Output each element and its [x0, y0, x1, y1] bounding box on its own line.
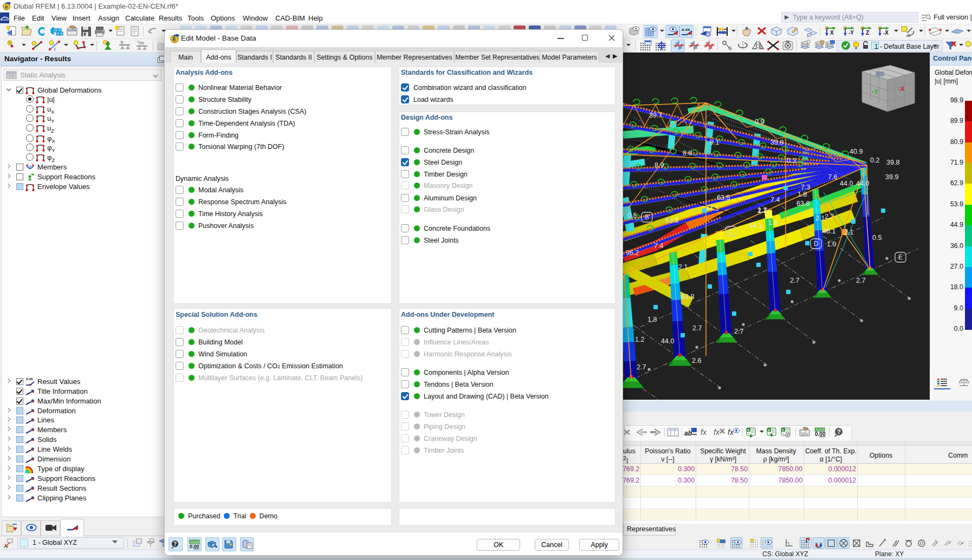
- svg-text:40.9: 40.9: [850, 148, 863, 155]
- svg-text:8.8: 8.8: [683, 149, 692, 157]
- svg-text:C: C: [729, 227, 734, 235]
- svg-text:-X: -X: [898, 85, 905, 92]
- svg-text:0.5: 0.5: [627, 212, 637, 219]
- svg-text:44.0: 44.0: [856, 180, 869, 187]
- svg-text:2.7: 2.7: [692, 324, 702, 332]
- svg-text:39.8: 39.8: [770, 139, 783, 146]
- svg-text:64.1: 64.1: [749, 222, 762, 230]
- svg-text:2.7: 2.7: [790, 277, 799, 284]
- svg-text:-Y: -Y: [872, 88, 879, 96]
- svg-text:X: X: [747, 428, 749, 432]
- svg-text:44.0: 44.0: [840, 180, 853, 187]
- svg-text:96.2: 96.2: [626, 249, 639, 257]
- svg-text:6: 6: [5, 4, 8, 10]
- svg-text:63.8: 63.8: [681, 293, 694, 301]
- svg-text:2.1: 2.1: [844, 229, 853, 236]
- svg-text:2.1: 2.1: [678, 263, 688, 271]
- svg-text:39.7: 39.7: [649, 112, 662, 119]
- svg-text:E: E: [898, 253, 903, 261]
- svg-text:0.3: 0.3: [787, 157, 796, 165]
- svg-text:fx: fx: [701, 428, 707, 437]
- svg-text:?: ?: [173, 541, 177, 547]
- svg-text:0.5: 0.5: [872, 234, 882, 242]
- svg-text:74.3: 74.3: [705, 205, 718, 212]
- svg-text:0.00: 0.00: [815, 431, 826, 437]
- svg-text:39.9: 39.9: [885, 173, 898, 181]
- svg-text:2.7: 2.7: [734, 328, 743, 335]
- svg-text:0.00: 0.00: [190, 544, 199, 549]
- svg-text:63.8: 63.8: [665, 217, 678, 224]
- svg-text:39.8: 39.8: [886, 159, 899, 166]
- svg-text:2.7: 2.7: [825, 213, 834, 220]
- svg-text:X: X: [768, 428, 770, 432]
- svg-text:2.7: 2.7: [637, 363, 646, 371]
- svg-text:-Y: -Y: [848, 30, 854, 36]
- svg-text:fx: fx: [728, 428, 734, 437]
- svg-text:46.1: 46.1: [822, 227, 835, 235]
- svg-text:9.1: 9.1: [710, 139, 719, 146]
- svg-text:D: D: [814, 240, 819, 248]
- svg-text:ab: ab: [684, 429, 692, 437]
- svg-text:Z: Z: [866, 30, 869, 36]
- svg-text:7.3: 7.3: [801, 184, 810, 191]
- svg-text:63.8: 63.8: [796, 200, 809, 207]
- svg-text:8.9: 8.9: [655, 161, 664, 169]
- svg-text:?: ?: [837, 428, 841, 435]
- svg-text:2.6: 2.6: [692, 357, 701, 364]
- svg-text:7.4: 7.4: [654, 242, 663, 250]
- svg-text:2.7: 2.7: [856, 277, 865, 284]
- svg-text:I: I: [54, 47, 55, 51]
- svg-text:6: 6: [173, 36, 176, 42]
- svg-text:X: X: [782, 428, 784, 432]
- svg-text:1.8: 1.8: [768, 219, 777, 226]
- svg-text:1.8: 1.8: [798, 191, 807, 198]
- svg-text:x.xx: x.xx: [682, 27, 690, 32]
- svg-text:x.xx: x.xx: [26, 377, 33, 381]
- svg-text:44.0: 44.0: [661, 337, 674, 345]
- svg-text:B: B: [645, 213, 649, 221]
- svg-text:0.2: 0.2: [870, 157, 879, 164]
- svg-text:1.0: 1.0: [827, 240, 836, 248]
- svg-text:7.4: 7.4: [770, 196, 780, 204]
- svg-text:2.1: 2.1: [815, 214, 825, 222]
- svg-text:X: X: [830, 30, 834, 36]
- svg-text:-X: -X: [883, 30, 889, 36]
- svg-text:7.6: 7.6: [828, 173, 837, 181]
- svg-text:0.9: 0.9: [755, 118, 764, 126]
- svg-text:fx: fx: [714, 428, 720, 437]
- svg-text:1.2: 1.2: [635, 336, 644, 343]
- svg-text:1.8: 1.8: [647, 316, 657, 323]
- svg-text:2.1: 2.1: [757, 207, 767, 214]
- svg-text:63.5: 63.5: [717, 194, 730, 201]
